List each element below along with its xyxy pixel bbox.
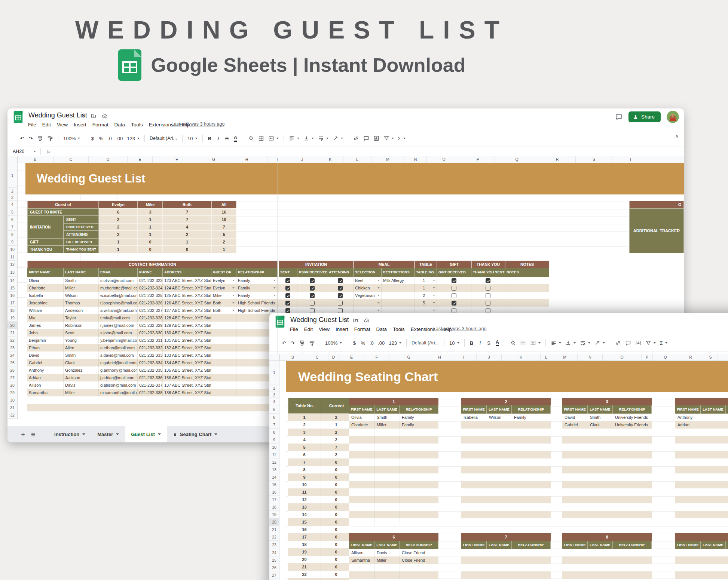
cell-rsvp-checkbox[interactable] [297, 292, 327, 299]
decrease-decimal-button[interactable]: .0 [367, 338, 376, 348]
all-sheets-icon[interactable] [30, 432, 36, 438]
move-folder-icon[interactable] [91, 113, 97, 119]
cell-guest-of-dropdown[interactable] [211, 344, 236, 352]
text-rotate-icon[interactable] [593, 338, 607, 348]
summary-cell[interactable]: 0 [163, 246, 211, 253]
cell-first-name[interactable]: Ethan [27, 344, 64, 352]
cell-address[interactable]: 129 ABC Street, XYZ State, 10 [163, 322, 211, 329]
bold-button[interactable]: B [468, 338, 476, 348]
menu-item[interactable]: Insert [336, 326, 348, 332]
row-header[interactable]: 10 [7, 246, 17, 253]
seat-first-name[interactable]: Isabella [461, 414, 487, 421]
font-size-select[interactable]: 10 [447, 338, 461, 348]
cell-guest-of-dropdown[interactable] [211, 337, 236, 344]
cell-attending-checkbox[interactable] [327, 277, 354, 284]
row-header[interactable]: 12 [269, 458, 279, 466]
column-header[interactable]: O [603, 354, 642, 360]
cell-guest-of-dropdown[interactable] [211, 329, 236, 337]
column-header[interactable]: H [226, 156, 267, 163]
summary-cell[interactable]: 1 [138, 223, 163, 231]
column-header[interactable]: M [371, 156, 404, 163]
cell-phone[interactable]: 021-232-333 [138, 352, 163, 359]
cell-last-name[interactable]: Miller [64, 389, 99, 396]
menu-item[interactable]: Edit [304, 326, 313, 332]
cell-email[interactable]: r.james@mail.com [99, 322, 138, 329]
column-header[interactable]: C [306, 354, 328, 360]
cell-email[interactable]: s.david@mail.com [99, 352, 138, 359]
cell-rsvp-checkbox[interactable] [297, 284, 327, 292]
cell-phone[interactable]: 021-232-331 [138, 337, 163, 344]
row-header[interactable]: 13 [7, 268, 17, 277]
format-percent-button[interactable]: % [97, 134, 105, 143]
vertical-align-icon[interactable] [302, 134, 316, 143]
merge-cells-icon[interactable] [266, 134, 281, 143]
strikethrough-button[interactable]: S [485, 338, 493, 348]
column-header[interactable]: G [389, 354, 428, 360]
row-header[interactable]: 25 [7, 359, 17, 366]
cell-guest-of-dropdown[interactable]: Both [211, 307, 236, 314]
cell-meal-selection-dropdown[interactable]: Vegetarian [354, 292, 382, 299]
column-header[interactable]: B [280, 354, 306, 360]
cell-phone[interactable]: 021-232-328 [138, 314, 163, 322]
menu-item[interactable]: View [319, 326, 330, 332]
cell-first-name[interactable]: William [27, 307, 64, 314]
seat-last-name[interactable]: Davis [374, 549, 400, 556]
cell-guest-of-dropdown[interactable] [211, 381, 236, 389]
cell-restrictions[interactable]: Milk Allergy [382, 277, 415, 284]
cell-first-name[interactable]: Josephine [27, 299, 64, 307]
column-header[interactable]: M [552, 354, 578, 360]
share-button[interactable]: Share [628, 111, 661, 122]
cell-address[interactable]: 124 ABC Street, XYZ State, 10 [163, 284, 211, 292]
cell-first-name[interactable]: Mia [27, 314, 64, 322]
menu-item[interactable]: Tools [393, 326, 405, 332]
row-header[interactable]: 5 [269, 405, 279, 414]
cell-last-name[interactable]: Allen [64, 344, 99, 352]
cell-meal-selection-dropdown[interactable]: Chicken [354, 284, 382, 292]
row-header[interactable]: 25 [269, 556, 279, 564]
contact-column-header[interactable]: THANK YOU SENT [471, 268, 505, 277]
cell-email[interactable]: m.samantha@mail.com [99, 389, 138, 396]
seat-last-name[interactable]: Miller [374, 556, 400, 564]
add-sheet-button[interactable]: + [21, 430, 25, 439]
summary-cell[interactable]: 2 [99, 223, 138, 231]
row-header[interactable]: 20 [7, 322, 17, 329]
summary-cell[interactable]: 3 [138, 208, 163, 216]
column-header[interactable]: S [576, 156, 612, 163]
row-header[interactable]: 1 [269, 361, 279, 384]
contact-column-header[interactable]: EMAIL [99, 268, 138, 277]
column-header[interactable]: N [578, 354, 603, 360]
column-header[interactable]: R [678, 354, 703, 360]
row-header[interactable]: 1 [7, 163, 17, 188]
row-header[interactable]: 21 [7, 329, 17, 337]
print-icon[interactable] [35, 134, 45, 143]
sheet-tab[interactable]: Instruction [48, 426, 91, 442]
row-header[interactable]: 15 [269, 481, 279, 488]
column-header[interactable]: T [612, 156, 649, 163]
cell-address[interactable]: 130 ABC Street, XYZ State, 10 [163, 329, 211, 337]
tab-menu-caret[interactable] [116, 433, 119, 435]
row-header[interactable]: 29 [7, 389, 17, 396]
italic-button[interactable]: I [476, 338, 484, 348]
cell-last-name[interactable]: Smith [64, 352, 99, 359]
contact-column-header[interactable]: TABLE NO. [415, 268, 437, 277]
column-header[interactable]: J [287, 156, 317, 163]
cell-gift-checkbox[interactable] [437, 299, 471, 307]
cell-first-name[interactable]: John [27, 329, 64, 337]
seat-last-name[interactable] [701, 421, 726, 429]
menu-item[interactable]: Data [376, 326, 387, 332]
row-header[interactable]: 8 [7, 231, 17, 238]
summary-cell[interactable]: 1 [99, 238, 138, 246]
row-header[interactable]: 23 [269, 541, 279, 549]
row-header[interactable]: 28 [7, 381, 17, 389]
cell-last-name[interactable]: Smith [64, 277, 99, 284]
cell-guest-of-dropdown[interactable] [211, 389, 236, 396]
cell-sent-checkbox[interactable] [279, 277, 297, 284]
menu-item[interactable]: Insert [74, 122, 86, 128]
seat-last-name[interactable]: Clark [588, 421, 613, 429]
text-color-button[interactable]: A [496, 340, 499, 346]
cell-email[interactable]: m.charlotte@mail.com [99, 284, 138, 292]
seat-relationship[interactable] [726, 414, 728, 421]
seat-relationship[interactable]: Family [400, 414, 438, 421]
cell-phone[interactable]: 021-232-329 [138, 322, 163, 329]
cell-phone[interactable]: 021-232-334 [138, 359, 163, 366]
